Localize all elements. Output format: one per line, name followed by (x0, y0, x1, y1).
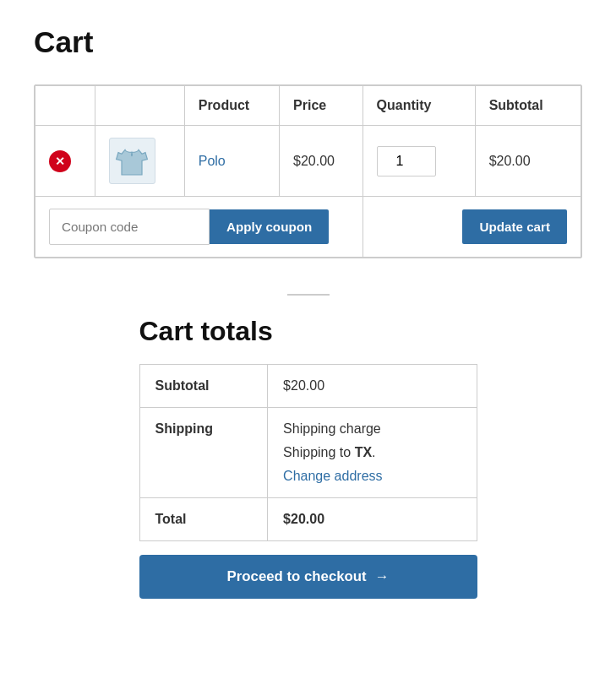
totals-subtotal-row: Subtotal $20.00 (139, 365, 477, 408)
total-label: Total (139, 498, 268, 541)
col-image (95, 86, 184, 126)
totals-table: Subtotal $20.00 Shipping Shipping charge… (139, 364, 477, 541)
product-thumbnail (109, 138, 155, 184)
product-link[interactable]: Polo (199, 154, 226, 168)
total-value-cell: $20.00 (268, 498, 477, 541)
totals-total-row: Total $20.00 (139, 498, 477, 541)
table-row: ✕ Polo $20.00 (35, 126, 581, 197)
product-name-cell: Polo (184, 126, 279, 197)
cart-table: Product Price Quantity Subtotal ✕ (35, 85, 581, 258)
checkout-label: Proceed to checkout (227, 568, 367, 585)
subtotal-label: Subtotal (139, 365, 268, 408)
col-product: Product (184, 86, 279, 126)
col-quantity: Quantity (363, 86, 475, 126)
product-quantity-cell (363, 126, 475, 197)
col-subtotal: Subtotal (475, 86, 581, 126)
product-price: $20.00 (293, 154, 335, 168)
page-title: Cart (34, 25, 582, 59)
col-remove (35, 86, 95, 126)
change-address-link[interactable]: Change address (283, 469, 382, 483)
cart-totals-section: Cart totals Subtotal $20.00 Shipping Shi… (139, 316, 477, 599)
quantity-input[interactable] (377, 146, 436, 176)
coupon-cell: Apply coupon (35, 197, 363, 258)
subtotal-value: $20.00 (268, 365, 477, 408)
coupon-section: Apply coupon (49, 209, 349, 245)
totals-shipping-row: Shipping Shipping charge Shipping to TX.… (139, 408, 477, 498)
total-amount: $20.00 (283, 512, 324, 526)
coupon-row: Apply coupon Update cart (35, 197, 581, 258)
cart-totals-title: Cart totals (139, 316, 477, 347)
polo-shirt-icon (115, 144, 149, 178)
shipping-charge-text: Shipping charge (283, 421, 461, 437)
remove-item-button[interactable]: ✕ (49, 150, 71, 172)
checkout-button[interactable]: Proceed to checkout → (139, 555, 477, 599)
coupon-code-input[interactable] (49, 209, 210, 245)
shipping-location: TX (355, 445, 372, 459)
shipping-to-text: Shipping to TX. (283, 445, 461, 460)
apply-coupon-button[interactable]: Apply coupon (210, 209, 329, 244)
checkout-arrow-icon: → (375, 568, 390, 585)
shipping-cell: Shipping charge Shipping to TX. Change a… (268, 408, 477, 498)
cart-table-wrapper: Product Price Quantity Subtotal ✕ (34, 84, 582, 258)
checkout-button-wrapper: Proceed to checkout → (139, 555, 477, 599)
shipping-label: Shipping (139, 408, 268, 498)
product-image-cell (95, 126, 184, 197)
product-price-cell: $20.00 (280, 126, 363, 197)
product-subtotal: $20.00 (489, 154, 531, 168)
section-divider (34, 284, 582, 299)
update-cart-cell: Update cart (363, 197, 581, 258)
update-cart-button[interactable]: Update cart (462, 209, 567, 244)
shipping-to-prefix: Shipping to (283, 445, 355, 459)
col-price: Price (280, 86, 363, 126)
shipping-to-suffix: . (372, 445, 375, 459)
remove-cell: ✕ (35, 126, 95, 197)
product-subtotal-cell: $20.00 (475, 126, 581, 197)
